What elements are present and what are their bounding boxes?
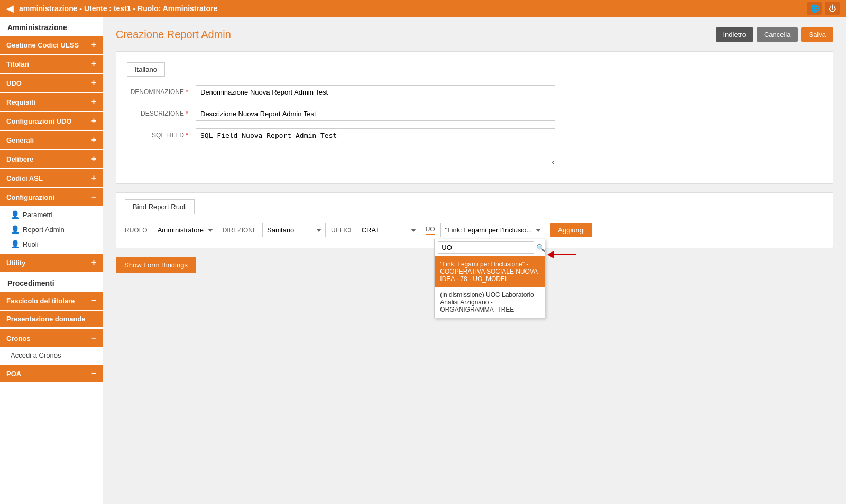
uffici-select[interactable]: CRAT Ufficio 2 (357, 223, 420, 237)
lang-tab[interactable]: Italiano (127, 62, 165, 77)
cancella-button[interactable]: Cancella (757, 27, 798, 42)
sidebar-label-poa: POA (6, 370, 21, 378)
sidebar-item-accedi-cronos[interactable]: Accedi a Cronos (0, 348, 103, 362)
sidebar-admin-title: Amministrazione (0, 17, 103, 35)
minus-icon-configurazioni: − (91, 192, 96, 202)
form-fields: DENOMINAZIONE * DESCRIZIONE * SQL FIELD … (116, 85, 833, 165)
sidebar-label-ruoli: Ruoli (23, 240, 39, 248)
plus-icon-gestione: + (91, 40, 96, 50)
back-arrow-icon[interactable]: ◀ (6, 3, 14, 14)
globe-icon-button[interactable]: 🌐 (807, 2, 822, 15)
denominazione-row: DENOMINAZIONE * (127, 85, 822, 99)
sidebar-label-presentazione: Presentazione domande (6, 315, 86, 323)
sidebar-btn-codici-asl[interactable]: Codici ASL + (0, 169, 103, 187)
direzione-label: DIREZIONE (223, 227, 257, 234)
minus-icon-poa: − (91, 369, 96, 378)
dropdown-search-row: 🔍 (435, 239, 545, 256)
sidebar-label-report-admin: Report Admin (23, 226, 65, 234)
main-layout: Amministrazione Gestione Codici ULSS + T… (0, 17, 846, 504)
sidebar-label-titolari: Titolari (6, 60, 29, 68)
sql-field-textarea[interactable]: SQL Field Nuova Report Admin Test (196, 128, 555, 165)
bind-section: Bind Report Ruoli RUOLO Amministratore U… (116, 192, 833, 248)
sidebar-btn-generali[interactable]: Generali + (0, 131, 103, 149)
plus-icon-utility: + (91, 258, 96, 267)
page-title: Creazione Report Admin (116, 29, 231, 41)
plus-icon-codici-asl: + (91, 173, 96, 183)
uo-label: UO (426, 226, 435, 235)
sidebar-item-report-admin[interactable]: 👤 Report Admin (0, 222, 103, 237)
sidebar-label-parametri: Parametri (23, 211, 52, 219)
denominazione-label: DENOMINAZIONE * (127, 85, 196, 96)
plus-icon-delibere: + (91, 154, 96, 164)
plus-icon-udo: + (91, 78, 96, 88)
person-icon-report-admin: 👤 (11, 225, 20, 234)
minus-icon-fascicolo: − (91, 296, 96, 305)
sidebar-label-fascicolo: Fascicolo del titolare (6, 297, 75, 305)
bind-row: RUOLO Amministratore Utente Supervisore … (125, 223, 824, 237)
sql-field-row: SQL FIELD * SQL Field Nuova Report Admin… (127, 128, 822, 165)
sidebar-btn-gestione-codici-ulss[interactable]: Gestione Codici ULSS + (0, 36, 103, 54)
sidebar-btn-configurazioni[interactable]: Configurazioni − (0, 188, 103, 206)
top-bar-title: amministrazione - Utente : test1 - Ruolo… (19, 4, 807, 13)
salva-button[interactable]: Salva (801, 27, 833, 42)
descrizione-row: DESCRIZIONE * (127, 107, 822, 121)
plus-icon-requisiti: + (91, 97, 96, 107)
sidebar-btn-delibere[interactable]: Delibere + (0, 150, 103, 168)
bind-content: RUOLO Amministratore Utente Supervisore … (116, 214, 833, 248)
dropdown-list: "Link: Legami per l'Inclusione" - COOPER… (435, 256, 545, 318)
sidebar-item-parametri[interactable]: 👤 Parametri (0, 207, 103, 222)
ruolo-label: RUOLO (125, 227, 148, 234)
sidebar-btn-presentazione[interactable]: Presentazione domande (0, 311, 103, 327)
sidebar-btn-requisiti[interactable]: Requisiti + (0, 93, 103, 111)
bind-report-tab[interactable]: Bind Report Ruoli (125, 199, 195, 214)
descrizione-label: DESCRIZIONE * (127, 107, 196, 117)
dropdown-item-0[interactable]: "Link: Legami per l'Inclusione" - COOPER… (435, 256, 545, 287)
plus-icon-generali: + (91, 135, 96, 145)
dropdown-item-1[interactable]: (in dismissione) UOC Laboratorio Analisi… (435, 287, 545, 318)
sidebar-btn-utility[interactable]: Utility + (0, 254, 103, 272)
sidebar-btn-cronos[interactable]: Cronos − (0, 329, 103, 347)
indietro-button[interactable]: Indietro (716, 27, 753, 42)
sidebar-item-ruoli[interactable]: 👤 Ruoli (0, 237, 103, 251)
sidebar-label-accedi-cronos: Accedi a Cronos (11, 351, 61, 359)
denominazione-input[interactable] (196, 85, 555, 99)
top-bar-icons: 🌐 ⏻ (807, 2, 840, 15)
uo-dropdown-wrapper: "Link: Legami per l'Inclusio... 🔍 "Link:… (440, 223, 546, 237)
sidebar-procedimenti-title: Procedimenti (0, 273, 103, 291)
sidebar-label-conf-udo: Configurazioni UDO (6, 117, 72, 125)
sidebar-btn-udo[interactable]: UDO + (0, 74, 103, 92)
sidebar-label-utility: Utility (6, 259, 25, 267)
sidebar-label-cronos: Cronos (6, 334, 31, 342)
uo-dropdown-popup: 🔍 "Link: Legami per l'Inclusione" - COOP… (434, 239, 545, 318)
sidebar-btn-titolari[interactable]: Titolari + (0, 55, 103, 73)
sidebar-btn-poa[interactable]: POA − (0, 365, 103, 382)
direzione-select[interactable]: Sanitario Amministrativo Sociale (262, 223, 326, 237)
plus-icon-titolari: + (91, 59, 96, 69)
search-icon: 🔍 (536, 244, 545, 252)
top-bar: ◀ amministrazione - Utente : test1 - Ruo… (0, 0, 846, 17)
ruolo-select[interactable]: Amministratore Utente Supervisore (153, 223, 217, 237)
content-header: Creazione Report Admin Indietro Cancella… (116, 27, 833, 42)
plus-icon-conf-udo: + (91, 116, 96, 126)
person-icon-ruoli: 👤 (11, 240, 20, 248)
sidebar: Amministrazione Gestione Codici ULSS + T… (0, 17, 103, 504)
sidebar-label-generali: Generali (6, 136, 34, 144)
header-buttons: Indietro Cancella Salva (716, 27, 834, 42)
uffici-label: UFFICI (331, 227, 352, 234)
dropdown-search-input[interactable] (438, 241, 534, 254)
person-icon-parametri: 👤 (11, 210, 20, 219)
sql-field-label: SQL FIELD * (127, 128, 196, 139)
sidebar-btn-configurazioni-udo[interactable]: Configurazioni UDO + (0, 112, 103, 130)
sidebar-label-configurazioni: Configurazioni (6, 193, 54, 201)
descrizione-input[interactable] (196, 107, 555, 121)
sidebar-label-codici-asl: Codici ASL (6, 174, 43, 182)
form-card: Italiano DENOMINAZIONE * DESCRIZIONE * (116, 51, 833, 184)
uo-select-display[interactable]: "Link: Legami per l'Inclusio... (440, 223, 546, 237)
sidebar-label-delibere: Delibere (6, 155, 33, 163)
show-form-bindings-button[interactable]: Show Form Bindings (116, 257, 196, 273)
sidebar-label-udo: UDO (6, 79, 22, 87)
sidebar-label-requisiti: Requisiti (6, 98, 35, 106)
power-icon-button[interactable]: ⏻ (825, 2, 840, 15)
sidebar-btn-fascicolo[interactable]: Fascicolo del titolare − (0, 292, 103, 310)
aggiungi-button[interactable]: Aggiungi (550, 223, 592, 237)
